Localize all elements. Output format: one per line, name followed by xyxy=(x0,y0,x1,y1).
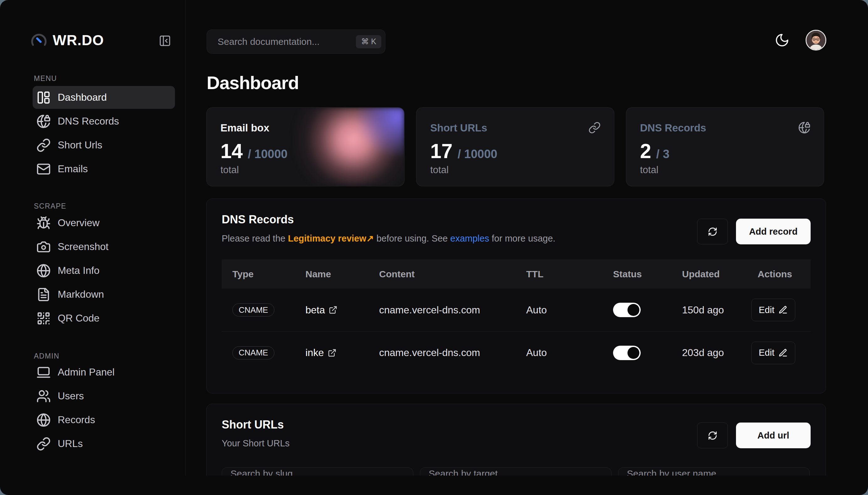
sidebar-item-emails[interactable]: Emails xyxy=(33,157,175,181)
add-url-button[interactable]: Add url xyxy=(736,423,811,448)
dns-records-panel: DNS Records Please read the Legitimacy r… xyxy=(206,199,826,393)
record-status-cell xyxy=(613,303,682,317)
section-label-admin: ADMIN xyxy=(33,349,175,363)
search-documentation-input[interactable]: Search documentation... ⌘ K xyxy=(207,30,385,54)
file-text-icon xyxy=(36,287,51,302)
camera-icon xyxy=(36,240,51,254)
edit-record-button[interactable]: Edit xyxy=(751,298,795,321)
record-type-cell: CNAME xyxy=(232,346,306,359)
main-content: Search documentation... ⌘ K xyxy=(186,0,868,476)
logo[interactable]: WR.DO xyxy=(31,31,104,49)
record-name-text: beta xyxy=(306,304,325,316)
col-header-content: Content xyxy=(379,269,526,279)
external-link-icon xyxy=(329,306,337,314)
globe-icon xyxy=(36,413,51,427)
sidebar-item-markdown[interactable]: Markdown xyxy=(33,283,175,306)
panel-header: Short URLs Your Short URLs Add url xyxy=(222,404,811,448)
search-by-user-name-input[interactable]: Search by user name xyxy=(618,467,810,476)
record-actions-cell: Edit xyxy=(741,298,800,321)
external-link-icon xyxy=(328,348,336,357)
nav-items: Admin Panel Users Records URLs xyxy=(33,361,175,455)
record-name-cell[interactable]: inke xyxy=(306,347,379,359)
card-value: 2 xyxy=(640,140,651,163)
sidebar-item-meta-info[interactable]: Meta Info xyxy=(33,259,175,282)
sidebar-item-dns-records[interactable]: DNS Records xyxy=(33,110,175,133)
record-type-cell: CNAME xyxy=(232,303,306,317)
dns-refresh-button[interactable] xyxy=(697,219,728,244)
sidebar-item-screenshot[interactable]: Screenshot xyxy=(33,235,175,258)
record-status-toggle[interactable] xyxy=(613,346,641,360)
users-icon xyxy=(36,389,51,404)
sidebar-item-label: Dashboard xyxy=(58,91,107,103)
sidebar-item-overview[interactable]: Overview xyxy=(33,211,175,234)
sidebar-item-label: Records xyxy=(58,414,95,426)
card-max: / 10000 xyxy=(457,148,497,161)
stat-card-email-box: Email box 14 / 10000 total xyxy=(206,107,404,186)
card-caption: total xyxy=(640,164,810,176)
sidebar-item-records[interactable]: Records xyxy=(33,408,175,431)
card-value-row: 17 / 10000 xyxy=(430,140,600,163)
sidebar-item-qr-code[interactable]: QR Code xyxy=(33,307,175,330)
sidebar-item-dashboard[interactable]: Dashboard xyxy=(33,86,175,109)
sidebar-item-label: Users xyxy=(58,390,84,402)
examples-link[interactable]: examples xyxy=(450,233,489,243)
toggle-thumb xyxy=(627,304,639,316)
app-layout: WR.DO MENU Dashboard DNS Records xyxy=(0,0,868,476)
qr-code-icon xyxy=(36,311,51,326)
col-header-updated: Updated xyxy=(682,269,741,279)
toggle-thumb xyxy=(627,347,639,359)
sidebar-item-admin-panel[interactable]: Admin Panel xyxy=(33,361,175,383)
search-by-target-input[interactable]: Search by target xyxy=(420,467,611,476)
record-updated-cell: 150d ago xyxy=(682,304,741,316)
short-urls-panel: Short URLs Your Short URLs Add url Searc… xyxy=(206,404,826,476)
sidebar-item-label: DNS Records xyxy=(58,116,119,127)
sidebar-item-urls[interactable]: URLs xyxy=(33,432,175,455)
pen-icon xyxy=(778,348,788,358)
nav-items: Dashboard DNS Records Short Urls Emails xyxy=(33,86,175,181)
col-header-actions: Actions xyxy=(741,269,800,279)
mail-icon xyxy=(36,162,51,176)
sidebar-item-label: QR Code xyxy=(58,312,99,324)
record-ttl-cell: Auto xyxy=(526,347,613,359)
globe-icon xyxy=(36,263,51,278)
record-status-cell xyxy=(613,346,682,360)
card-caption: total xyxy=(430,164,600,176)
table-row: CNAME inke cname.vercel-dns.com Auto 203… xyxy=(222,331,811,374)
table-header-row: Type Name Content TTL Status Updated Act… xyxy=(222,259,811,289)
card-value: 14 xyxy=(221,140,243,163)
card-max: / 3 xyxy=(656,148,670,161)
record-type-badge: CNAME xyxy=(232,303,274,317)
stat-card-short-urls: Short URLs 17 / 10000 total xyxy=(416,107,614,186)
sidebar-section-admin: ADMIN Admin Panel Users Records xyxy=(33,346,175,455)
panel-actions: Add record xyxy=(697,219,811,244)
edit-record-button[interactable]: Edit xyxy=(751,342,795,364)
card-title: DNS Records xyxy=(640,122,810,134)
sidebar-item-short-urls[interactable]: Short Urls xyxy=(33,134,175,156)
stat-card-dns-records: DNS Records 2 / 3 total xyxy=(626,107,824,186)
gauge-logo-icon xyxy=(31,32,47,48)
card-value-row: 2 / 3 xyxy=(640,140,810,163)
legitimacy-review-link[interactable]: Legitimacy review↗ xyxy=(288,233,374,243)
card-caption: total xyxy=(221,164,390,176)
panel-actions: Add url xyxy=(697,423,811,448)
record-content-cell: cname.vercel-dns.com xyxy=(379,304,526,316)
sidebar-collapse-button[interactable] xyxy=(159,34,171,47)
dark-mode-toggle[interactable] xyxy=(775,33,789,48)
search-by-slug-input[interactable]: Search by slug xyxy=(222,467,413,476)
add-record-button[interactable]: Add record xyxy=(736,219,811,244)
urls-refresh-button[interactable] xyxy=(697,423,728,448)
sidebar-section-scrape: SCRAPE Overview Screenshot Meta Info xyxy=(33,197,175,330)
user-avatar[interactable] xyxy=(805,30,826,51)
card-value-row: 14 / 10000 xyxy=(221,140,390,163)
record-status-toggle[interactable] xyxy=(613,303,641,317)
record-name-cell[interactable]: beta xyxy=(306,304,379,316)
sidebar-item-label: Meta Info xyxy=(58,265,99,276)
sidebar-item-label: Markdown xyxy=(58,289,104,300)
card-title: Short URLs xyxy=(430,122,600,134)
record-updated-cell: 203d ago xyxy=(682,347,741,359)
sidebar-item-label: Emails xyxy=(58,163,88,175)
card-value: 17 xyxy=(430,140,452,163)
record-content-cell: cname.vercel-dns.com xyxy=(379,347,526,359)
url-filters-row: Search by slug Search by target Search b… xyxy=(222,467,811,476)
sidebar-item-users[interactable]: Users xyxy=(33,385,175,408)
